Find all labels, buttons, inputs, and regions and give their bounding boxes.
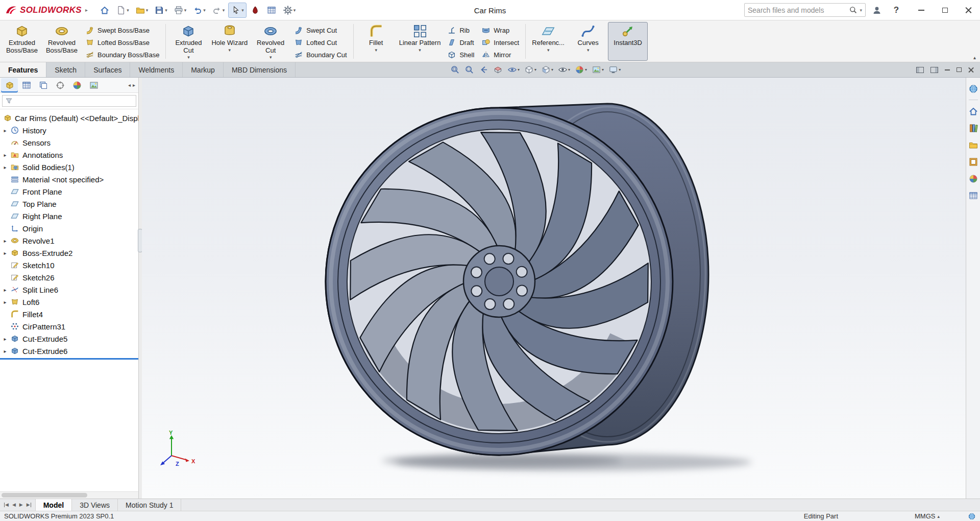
split-pane-left-icon[interactable]	[916, 67, 924, 73]
view-orientation-caret-icon[interactable]: ▾	[534, 67, 536, 72]
options-button[interactable]: ▾	[280, 3, 299, 18]
tab-markup[interactable]: Markup	[183, 62, 224, 77]
rib-button[interactable]: Rib	[444, 24, 478, 36]
view-orientation-button[interactable]: ▾	[523, 63, 538, 77]
last-tab-button[interactable]: ▶	[27, 503, 31, 507]
solidworks-logo[interactable]: SOLIDWORKS ▸	[0, 5, 92, 16]
tree-root-item[interactable]: Car Rims (Default) <<Default>_Displ	[0, 112, 138, 124]
tab-mbd-dimensions[interactable]: MBD Dimensions	[224, 62, 296, 77]
first-tab-button[interactable]: ◀	[4, 503, 9, 507]
tree-item-sketch10[interactable]: Sketch10	[0, 259, 138, 271]
tree-item-front-plane[interactable]: Front Plane	[0, 185, 138, 198]
panel-tabs-scroll-left[interactable]: ◂	[128, 82, 131, 88]
extruded-cut-button[interactable]: ExtrudedCut▾	[168, 22, 208, 61]
solidworks-resources-button[interactable]	[967, 83, 979, 94]
revolved-cut-button[interactable]: RevolvedCut▾	[251, 22, 290, 61]
search-input[interactable]	[748, 6, 847, 14]
hole-wizard-button[interactable]: Hole Wizard▾	[208, 22, 251, 61]
select-button[interactable]: ▾	[228, 3, 247, 18]
expand-arrow-icon[interactable]: ▸	[0, 299, 10, 305]
lofted-cut-button[interactable]: Lofted Cut	[290, 36, 351, 49]
expand-arrow-icon[interactable]: ▸	[0, 238, 10, 244]
tree-item-top-plane[interactable]: Top Plane	[0, 198, 138, 210]
apply-scene-button[interactable]: ▾	[590, 63, 605, 77]
expand-arrow-icon[interactable]: ▸	[0, 336, 10, 342]
expand-arrow-icon[interactable]: ▸	[0, 250, 10, 256]
edit-appearance-caret-icon[interactable]: ▾	[585, 67, 587, 72]
appearances-scenes-button[interactable]	[967, 173, 979, 184]
car-rim-model[interactable]	[142, 78, 966, 499]
doc-tab-3d-views[interactable]: 3D Views	[72, 499, 118, 511]
ribbon-collapse-arrow[interactable]: ▴	[973, 55, 976, 60]
doc-tab-motion-study-1[interactable]: Motion Study 1	[118, 499, 181, 511]
fillet-button[interactable]: Fillet▾	[356, 22, 396, 61]
tree-filter-input[interactable]	[15, 97, 133, 105]
tab-features[interactable]: Features	[0, 62, 46, 77]
tree-item-split-line6[interactable]: ▸Split Line6	[0, 283, 138, 296]
boundary-cut-button[interactable]: Boundary Cut	[290, 49, 351, 61]
configurationmanager-tab[interactable]	[35, 78, 52, 92]
display-style-button[interactable]: ▾	[540, 63, 555, 77]
expand-arrow-icon[interactable]: ▸	[0, 128, 10, 133]
tab-weldments[interactable]: Weldments	[130, 62, 183, 77]
tab-surfaces[interactable]: Surfaces	[85, 62, 130, 77]
redo-dropdown-caret-icon[interactable]: ▾	[223, 8, 225, 13]
propertymanager-tab[interactable]	[18, 78, 35, 92]
swept-cut-button[interactable]: Swept Cut	[290, 24, 351, 36]
doc-tab-model[interactable]: Model	[36, 499, 72, 511]
home-button[interactable]	[97, 3, 112, 18]
home-tab-button[interactable]	[967, 105, 979, 117]
custom-properties-button[interactable]	[967, 190, 979, 201]
select-dropdown-caret-icon[interactable]: ▾	[241, 8, 244, 13]
swept-boss-base-button[interactable]: Swept Boss/Base	[82, 24, 163, 36]
sheet-format-button[interactable]	[264, 3, 279, 18]
prev-tab-button[interactable]: ◀	[12, 503, 16, 507]
close-button[interactable]	[957, 0, 980, 20]
maximize-button[interactable]	[933, 0, 957, 20]
extruded-cut-dropdown-caret-icon[interactable]: ▾	[187, 55, 190, 60]
previous-view-button[interactable]	[477, 63, 490, 77]
login-button[interactable]	[869, 2, 885, 18]
design-library-button[interactable]	[967, 122, 979, 134]
split-pane-right-icon[interactable]	[930, 67, 938, 73]
revolved-cut-dropdown-caret-icon[interactable]: ▾	[270, 55, 272, 60]
tree-item-history[interactable]: ▸History	[0, 124, 138, 136]
tree-item-loft6[interactable]: ▸Loft6	[0, 296, 138, 308]
view-settings-button[interactable]: ▾	[607, 63, 622, 77]
instant3d-button[interactable]: Instant3D	[608, 22, 648, 61]
linear-pattern-button[interactable]: Linear Pattern▾	[396, 22, 444, 61]
expand-arrow-icon[interactable]: ▸	[0, 152, 10, 158]
new-document-button[interactable]: ▾	[113, 3, 132, 18]
wrap-button[interactable]: Wrap	[478, 24, 523, 36]
undo-dropdown-caret-icon[interactable]: ▾	[203, 8, 206, 13]
dynamic-annotation-views-caret-icon[interactable]: ▾	[518, 67, 520, 72]
hole-wizard-dropdown-caret-icon[interactable]: ▾	[229, 48, 231, 53]
expand-arrow-icon[interactable]: ▸	[0, 348, 10, 354]
extruded-boss-base-button[interactable]: ExtrudedBoss/Base	[2, 22, 42, 61]
minimize-button[interactable]	[910, 0, 933, 20]
intersect-button[interactable]: Intersect	[478, 36, 523, 49]
tree-item-sketch26[interactable]: Sketch26	[0, 271, 138, 283]
apply-scene-caret-icon[interactable]: ▾	[602, 67, 604, 72]
print-dropdown-caret-icon[interactable]: ▾	[184, 8, 187, 13]
view-settings-caret-icon[interactable]: ▾	[619, 67, 621, 72]
display-style-caret-icon[interactable]: ▾	[551, 67, 553, 72]
shell-button[interactable]: Shell	[444, 49, 478, 61]
cam-manager-tab[interactable]	[85, 78, 102, 92]
edit-appearance-button[interactable]: ▾	[573, 63, 589, 77]
zoom-to-area-button[interactable]	[463, 63, 476, 77]
logo-expand-arrow[interactable]: ▸	[85, 7, 88, 13]
boundary-boss-base-button[interactable]: Boundary Boss/Base	[82, 49, 163, 61]
tree-item-solid-bodies-1[interactable]: ▸Solid Bodies(1)	[0, 161, 138, 173]
dynamic-annotation-views-button[interactable]: ▾	[506, 63, 521, 77]
linear-pattern-dropdown-caret-icon[interactable]: ▾	[419, 48, 421, 53]
tree-item-cut-extrude6[interactable]: ▸Cut-Extrude6	[0, 345, 138, 357]
tree-filter-box[interactable]	[2, 95, 136, 107]
rollback-bar[interactable]	[0, 358, 138, 360]
panel-tabs-scroll-right[interactable]: ▸	[133, 82, 135, 88]
view-palette-button[interactable]	[967, 156, 979, 168]
panel-horizontal-scrollbar[interactable]	[0, 491, 138, 499]
redo-button[interactable]: ▾	[209, 3, 228, 18]
options-dropdown-caret-icon[interactable]: ▾	[293, 8, 296, 13]
scrollbar-thumb[interactable]	[2, 493, 87, 498]
